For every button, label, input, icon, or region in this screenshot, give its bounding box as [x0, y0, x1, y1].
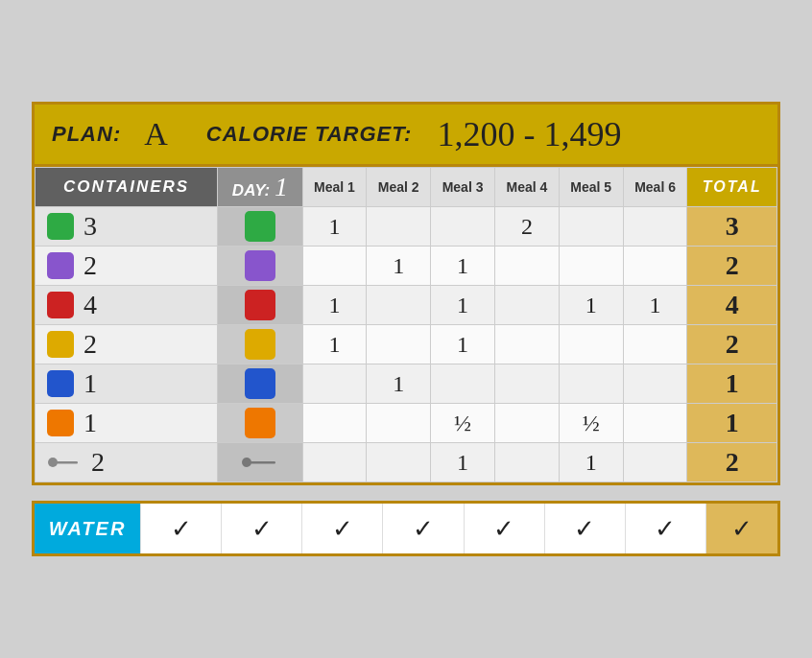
total-cell: 3	[687, 207, 777, 247]
day-color-box	[245, 250, 275, 281]
meal-cell[interactable]	[494, 325, 559, 364]
total-cell: 1	[687, 364, 777, 404]
meal-cell[interactable]	[494, 247, 559, 286]
meal-cell[interactable]: 1	[367, 364, 431, 404]
container-cell: 3	[36, 207, 218, 247]
total-cell: 2	[687, 325, 777, 364]
meal-cell[interactable]	[302, 443, 367, 482]
meal-cell[interactable]	[494, 404, 559, 443]
color-box	[47, 213, 74, 240]
water-check-cell[interactable]: ✓	[221, 504, 301, 553]
water-check-cell[interactable]: ✓	[464, 504, 544, 553]
day-color-cell	[218, 286, 302, 325]
container-cell: 4	[36, 286, 218, 325]
meal-cell[interactable]	[494, 286, 559, 325]
th-meal-2: Meal 2	[367, 168, 431, 207]
meal-cell[interactable]	[367, 443, 431, 482]
meal-cell[interactable]	[559, 247, 623, 286]
meal-cell[interactable]	[302, 364, 367, 404]
meal-cell[interactable]: 1	[431, 325, 495, 364]
meal-cell[interactable]: 1	[623, 286, 687, 325]
meal-cell[interactable]: 1	[302, 207, 367, 247]
th-day: DAY: 1	[218, 168, 302, 207]
calorie-label: CALORIE TARGET:	[206, 122, 413, 147]
meal-cell[interactable]: 1	[367, 247, 431, 286]
meal-cell[interactable]	[623, 364, 687, 404]
meal-cell[interactable]: 1	[431, 286, 495, 325]
meal-cell[interactable]	[367, 404, 431, 443]
meal-cell[interactable]: ½	[559, 404, 623, 443]
meal-cell[interactable]	[623, 247, 687, 286]
meal-cell[interactable]	[431, 207, 495, 247]
header-row: PLAN: A CALORIE TARGET: 1,200 - 1,499	[35, 105, 777, 167]
meal-cell[interactable]: 1	[559, 443, 623, 482]
meal-cell[interactable]	[302, 247, 367, 286]
th-meal-4: Meal 4	[494, 168, 559, 207]
total-cell: 1	[687, 404, 777, 443]
day-color-cell	[218, 443, 302, 482]
meal-cell[interactable]	[494, 443, 559, 482]
day-color-box	[245, 329, 275, 360]
meal-cell[interactable]	[302, 404, 367, 443]
water-label: WATER	[35, 504, 140, 553]
day-color-cell	[218, 404, 302, 443]
day-spoon-icon	[220, 456, 299, 469]
meal-cell[interactable]	[623, 404, 687, 443]
table-row: 2 112	[36, 443, 777, 482]
meal-cell[interactable]	[559, 325, 623, 364]
day-color-cell	[218, 207, 302, 247]
meal-cell[interactable]: 1	[431, 247, 495, 286]
total-cell: 2	[687, 247, 777, 286]
meal-cell[interactable]	[623, 325, 687, 364]
meal-cell[interactable]: 1	[302, 325, 367, 364]
meal-cell[interactable]: ½	[431, 404, 495, 443]
meal-cell[interactable]: 1	[559, 286, 623, 325]
water-check-cell[interactable]: ✓	[544, 504, 625, 553]
container-count: 2	[91, 447, 105, 478]
meal-cell[interactable]	[431, 364, 495, 404]
container-count: 2	[84, 250, 97, 281]
svg-point-0	[48, 458, 58, 467]
meal-cell[interactable]: 1	[302, 286, 367, 325]
color-box	[47, 331, 74, 358]
meal-cell[interactable]	[367, 207, 431, 247]
water-check-cell[interactable]: ✓	[382, 504, 463, 553]
table-row: 2112	[36, 325, 777, 364]
water-check-cell[interactable]: ✓	[140, 504, 221, 553]
page-wrapper: PLAN: A CALORIE TARGET: 1,200 - 1,499 CO…	[12, 82, 800, 576]
meal-cell[interactable]	[623, 443, 687, 482]
container-count: 1	[84, 368, 97, 399]
plan-label: PLAN:	[52, 122, 121, 147]
meal-cell[interactable]	[623, 207, 687, 247]
table-row: 2112	[36, 247, 777, 286]
th-containers: CONTAINERS	[36, 168, 218, 207]
total-cell: 2	[687, 443, 777, 482]
day-color-box	[245, 290, 275, 320]
container-count: 3	[84, 211, 97, 242]
meal-cell[interactable]: 2	[494, 207, 559, 247]
color-box	[47, 252, 74, 279]
container-count: 4	[84, 290, 97, 320]
color-box	[47, 370, 74, 397]
water-check-cell[interactable]: ✓	[625, 504, 705, 553]
meal-cell[interactable]	[494, 364, 559, 404]
meal-cell[interactable]	[367, 286, 431, 325]
table-row: 3123	[36, 207, 777, 247]
main-card: PLAN: A CALORIE TARGET: 1,200 - 1,499 CO…	[32, 102, 780, 485]
day-label: DAY:	[232, 181, 270, 200]
th-meal-3: Meal 3	[431, 168, 495, 207]
container-count: 1	[84, 408, 97, 438]
meal-cell[interactable]	[367, 325, 431, 364]
svg-point-2	[242, 458, 251, 467]
water-card: WATER ✓✓✓✓✓✓✓✓	[32, 501, 780, 556]
color-box	[47, 292, 74, 318]
plan-value: A	[144, 116, 168, 153]
water-total-check: ✓	[705, 504, 777, 553]
th-meal-6: Meal 6	[623, 168, 687, 207]
meal-cell[interactable]	[559, 207, 623, 247]
svg-rect-3	[251, 461, 275, 464]
water-check-cell[interactable]: ✓	[301, 504, 382, 553]
container-cell: 1	[36, 364, 218, 404]
meal-cell[interactable]: 1	[431, 443, 495, 482]
meal-cell[interactable]	[559, 364, 623, 404]
